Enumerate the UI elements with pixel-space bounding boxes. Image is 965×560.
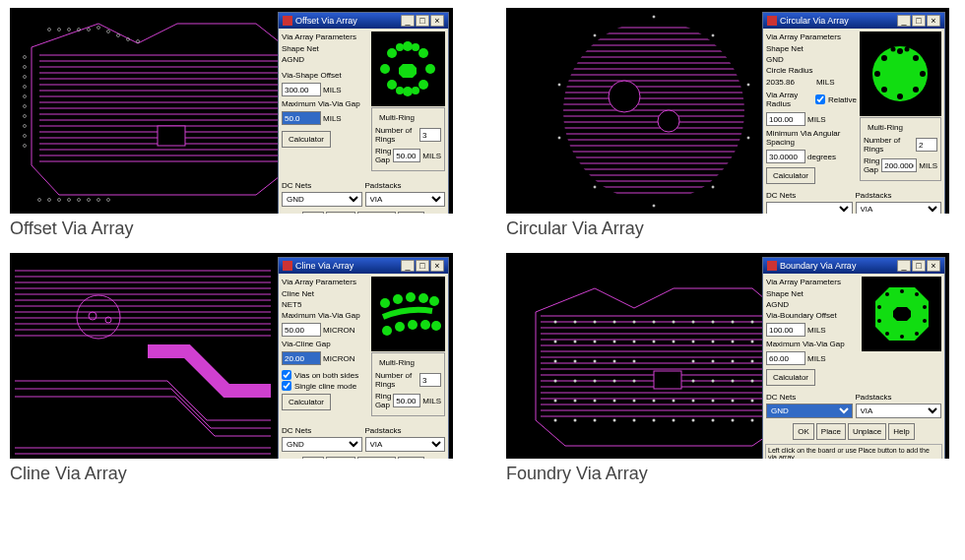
preview <box>371 277 445 351</box>
svg-point-104 <box>673 341 676 343</box>
svg-point-64 <box>897 93 903 99</box>
svg-point-53 <box>712 34 714 36</box>
svg-point-94 <box>692 321 695 324</box>
svg-point-123 <box>692 380 695 383</box>
svg-point-14 <box>24 86 27 89</box>
svg-point-50 <box>609 81 640 112</box>
svg-point-99 <box>574 341 577 343</box>
calc-button[interactable]: Calculator <box>282 131 331 148</box>
svg-point-145 <box>692 419 695 422</box>
svg-point-70 <box>913 87 919 93</box>
svg-point-46 <box>412 43 419 51</box>
svg-point-3 <box>68 29 71 31</box>
maxgap-input[interactable] <box>282 111 321 125</box>
svg-point-34 <box>88 199 91 202</box>
dcnets-select[interactable]: GND <box>282 192 362 207</box>
padstacks-select[interactable]: VIA <box>365 192 446 207</box>
svg-point-148 <box>751 419 754 422</box>
svg-point-35 <box>97 199 100 202</box>
svg-point-124 <box>712 380 715 383</box>
ringgap-input[interactable] <box>393 149 420 162</box>
svg-point-36 <box>107 199 110 202</box>
svg-point-40 <box>425 64 435 74</box>
angular-input[interactable] <box>766 150 805 163</box>
svg-point-67 <box>881 55 887 61</box>
svg-point-71 <box>891 47 896 52</box>
svg-point-117 <box>751 360 754 363</box>
svg-point-132 <box>653 400 656 403</box>
place-button[interactable]: Place <box>326 212 355 214</box>
svg-point-15 <box>24 95 27 98</box>
svg-point-140 <box>594 419 597 422</box>
svg-point-135 <box>712 400 715 403</box>
min-btn[interactable]: _ <box>401 15 415 27</box>
svg-point-116 <box>732 360 735 363</box>
circular-dialog[interactable]: Circular Via Array_□× Via Array Paramete… <box>762 12 945 214</box>
svg-point-157 <box>877 319 881 323</box>
svg-point-81 <box>382 326 392 336</box>
svg-point-76 <box>380 298 390 308</box>
svg-point-95 <box>712 321 715 324</box>
svg-point-1 <box>48 29 51 31</box>
svg-point-57 <box>653 205 655 207</box>
svg-point-29 <box>38 199 41 202</box>
svg-point-16 <box>24 105 27 108</box>
help-button[interactable]: Help <box>398 212 423 214</box>
svg-point-18 <box>24 125 27 128</box>
hint-text: Left click on the board or use Place but… <box>765 444 942 459</box>
offset-dialog[interactable]: Offset Via Array_□× Via Array Parameters… <box>278 12 449 214</box>
calc-button[interactable]: Calculator <box>766 167 815 184</box>
ok-button[interactable]: OK <box>302 212 324 214</box>
svg-point-79 <box>418 293 428 303</box>
svg-point-65 <box>874 71 880 77</box>
preview <box>862 277 941 351</box>
svg-point-82 <box>395 322 405 332</box>
svg-point-78 <box>406 292 416 302</box>
svg-point-156 <box>885 332 889 336</box>
close-btn[interactable]: × <box>927 15 940 27</box>
boundary-dialog[interactable]: Boundary Via Array_□× Via Array Paramete… <box>762 257 945 459</box>
svg-point-52 <box>653 16 655 18</box>
offset-input[interactable] <box>282 83 321 96</box>
arr-radius-input[interactable] <box>766 112 805 126</box>
caption: Foundry Via Array <box>506 465 955 482</box>
svg-point-154 <box>915 332 919 336</box>
svg-point-128 <box>574 400 577 403</box>
svg-point-11 <box>24 56 27 59</box>
svg-point-59 <box>558 137 560 139</box>
svg-rect-0 <box>158 126 185 146</box>
svg-point-56 <box>712 186 714 188</box>
svg-point-121 <box>613 380 616 383</box>
svg-point-97 <box>751 321 754 324</box>
svg-point-8 <box>117 34 120 37</box>
dialog-title: Circular Via Array <box>780 16 849 26</box>
svg-point-87 <box>554 321 557 324</box>
svg-point-41 <box>387 48 397 58</box>
svg-point-103 <box>653 341 656 343</box>
svg-point-44 <box>418 80 428 90</box>
svg-point-109 <box>554 360 557 363</box>
svg-point-84 <box>420 320 430 330</box>
unplace-button[interactable]: Unplace <box>357 212 396 214</box>
svg-point-33 <box>78 199 81 202</box>
svg-point-96 <box>732 321 735 324</box>
svg-point-134 <box>692 400 695 403</box>
svg-point-66 <box>920 71 926 77</box>
svg-point-110 <box>574 360 577 363</box>
dialog-title: Offset Via Array <box>295 16 357 26</box>
max-btn[interactable]: □ <box>416 15 429 27</box>
svg-point-102 <box>633 341 636 343</box>
svg-point-13 <box>24 76 27 79</box>
svg-point-150 <box>900 289 904 293</box>
close-btn[interactable]: × <box>430 15 444 27</box>
svg-point-10 <box>137 40 140 43</box>
svg-point-155 <box>900 335 904 339</box>
svg-point-12 <box>24 66 27 69</box>
cline-dialog[interactable]: Cline Via Array_□× Via Array Parameters … <box>278 257 449 459</box>
svg-point-114 <box>692 360 695 363</box>
preview <box>860 31 941 116</box>
svg-point-98 <box>554 341 557 343</box>
svg-point-88 <box>574 321 577 324</box>
numrings-input[interactable] <box>419 128 441 142</box>
svg-point-7 <box>107 31 110 33</box>
